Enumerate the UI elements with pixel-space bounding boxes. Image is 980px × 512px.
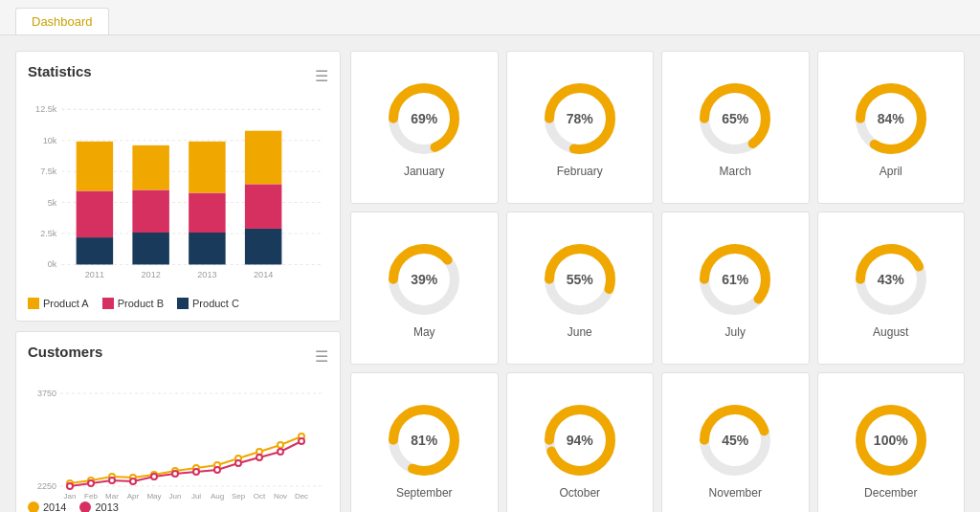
statistics-header: Statistics ☰: [28, 63, 328, 89]
svg-rect-22: [189, 142, 225, 193]
svg-text:Feb: Feb: [84, 492, 98, 501]
svg-rect-12: [77, 237, 113, 264]
svg-text:3750: 3750: [37, 389, 56, 398]
donut-card-november: 45% November: [661, 372, 810, 512]
donut-pct-june: 55%: [567, 272, 593, 287]
legend-label-b: Product B: [118, 298, 164, 309]
svg-text:2250: 2250: [37, 481, 56, 491]
svg-text:Aug: Aug: [211, 492, 224, 501]
statistics-chart: 12.5k 10k 7.5k 5k 2.5k 0k 2011: [28, 99, 328, 290]
svg-rect-20: [189, 233, 225, 264]
svg-point-58: [109, 478, 115, 483]
svg-rect-16: [132, 233, 168, 264]
donut-label-march: March: [720, 165, 751, 178]
donut-label-november: November: [709, 486, 762, 500]
tab-dashboard[interactable]: Dashboard: [15, 8, 109, 34]
svg-rect-14: [77, 142, 113, 191]
donut-november: 45%: [697, 402, 773, 479]
svg-text:Jun: Jun: [169, 492, 182, 501]
donut-pct-april: 84%: [878, 111, 904, 126]
legend-label-c: Product C: [192, 298, 239, 309]
statistics-panel: Statistics ☰ 12.5k 10k 7.5k 5k 2.5k: [15, 51, 341, 322]
donut-card-september: 81% September: [350, 372, 499, 512]
svg-point-61: [172, 471, 178, 477]
donut-june: 55%: [542, 241, 618, 318]
svg-point-64: [235, 460, 241, 466]
donut-pct-march: 65%: [722, 111, 748, 126]
donut-label-august: August: [873, 325, 908, 339]
donut-label-october: October: [559, 486, 600, 500]
donut-april: 84%: [853, 80, 929, 157]
svg-text:Mar: Mar: [105, 492, 119, 501]
customers-menu-icon[interactable]: ☰: [315, 347, 328, 366]
svg-text:2014: 2014: [254, 270, 273, 279]
donut-pct-january: 69%: [411, 111, 437, 126]
legend-product-b: Product B: [102, 298, 164, 309]
svg-rect-13: [77, 190, 113, 237]
donut-card-may: 39% May: [350, 211, 499, 365]
svg-point-59: [130, 479, 136, 484]
svg-point-65: [256, 455, 262, 460]
donut-card-june: 55% June: [506, 211, 655, 365]
donut-pct-december: 100%: [874, 433, 908, 448]
donut-may: 39%: [386, 241, 462, 318]
donut-pct-february: 78%: [567, 111, 593, 126]
donut-pct-september: 81%: [411, 433, 437, 448]
svg-point-56: [67, 483, 73, 489]
svg-text:5k: 5k: [48, 198, 57, 208]
donut-label-september: September: [396, 486, 453, 500]
left-column: Statistics ☰ 12.5k 10k 7.5k 5k 2.5k: [15, 51, 341, 512]
svg-text:10k: 10k: [43, 136, 57, 145]
donut-label-january: January: [404, 165, 445, 178]
donut-card-february: 78% February: [506, 51, 655, 204]
donut-december: 100%: [853, 402, 929, 479]
legend-label-a: Product A: [43, 298, 89, 309]
customers-panel: Customers ☰ 3750 2250 Jan Feb Mar Apr Ma…: [15, 331, 341, 512]
legend-product-a: Product A: [28, 298, 89, 309]
donut-card-october: 94% October: [506, 372, 655, 512]
donut-card-april: 84% April: [817, 51, 966, 204]
donut-label-december: December: [864, 486, 917, 500]
svg-point-66: [278, 449, 283, 455]
donut-july: 61%: [697, 241, 773, 318]
statistics-menu-icon[interactable]: ☰: [315, 67, 328, 85]
svg-point-67: [299, 438, 304, 444]
svg-text:2.5k: 2.5k: [40, 229, 57, 238]
line-chart-svg: 3750 2250 Jan Feb Mar Apr May Jun Jul Au…: [28, 379, 328, 503]
svg-text:7.5k: 7.5k: [40, 167, 57, 176]
donut-february: 78%: [542, 80, 618, 157]
donut-card-december: 100% December: [817, 372, 966, 512]
svg-point-60: [151, 474, 157, 479]
donut-label-june: June: [568, 325, 592, 339]
donut-august: 43%: [853, 241, 929, 318]
donut-label-may: May: [413, 325, 435, 339]
donut-label-april: April: [880, 165, 902, 178]
svg-point-54: [278, 442, 283, 448]
svg-text:Jul: Jul: [191, 492, 201, 501]
legend-dot-b: [102, 298, 114, 309]
donut-pct-may: 39%: [411, 272, 437, 287]
svg-point-57: [88, 480, 94, 486]
legend-dot-c: [177, 298, 189, 309]
svg-rect-21: [189, 192, 225, 233]
svg-text:Apr: Apr: [127, 492, 140, 501]
customers-title: Customers: [28, 344, 102, 360]
customers-chart: 3750 2250 Jan Feb Mar Apr May Jun Jul Au…: [28, 379, 328, 494]
donut-label-february: February: [557, 165, 603, 178]
donut-september: 81%: [386, 402, 462, 479]
dashboard-body: Statistics ☰ 12.5k 10k 7.5k 5k 2.5k: [0, 35, 980, 512]
donut-pct-july: 61%: [722, 272, 748, 287]
donut-pct-august: 43%: [878, 272, 904, 287]
statistics-title: Statistics: [28, 63, 92, 79]
svg-text:2012: 2012: [142, 270, 161, 279]
svg-text:2013: 2013: [197, 270, 216, 279]
svg-text:Nov: Nov: [274, 492, 287, 501]
donut-pct-november: 45%: [722, 433, 748, 448]
svg-rect-18: [132, 145, 168, 190]
statistics-legend: Product A Product B Product C: [28, 298, 328, 309]
svg-text:2011: 2011: [85, 270, 104, 279]
donut-card-march: 65% March: [661, 51, 810, 204]
svg-rect-24: [245, 229, 281, 264]
donut-card-august: 43% August: [817, 211, 966, 365]
donut-grid: 69% January 78% February 65% March: [350, 51, 965, 512]
